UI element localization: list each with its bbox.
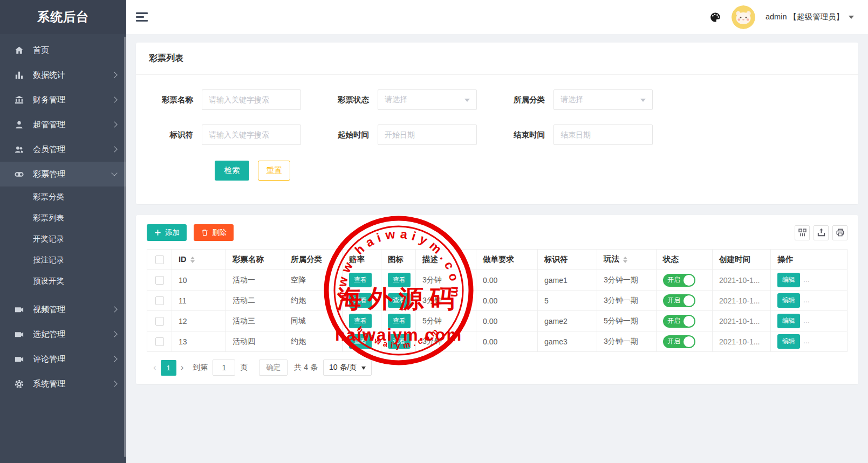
identifier-input[interactable] bbox=[202, 125, 301, 145]
video-camera-icon bbox=[14, 354, 24, 364]
cell-name: 活动一 bbox=[226, 270, 284, 291]
sidebar-item-lottery[interactable]: 彩票管理 bbox=[0, 162, 126, 186]
filter-form: 彩票名称 彩票状态 请选择 所属分类 请选择 bbox=[136, 75, 858, 204]
sidebar-item-superadmin[interactable]: 超管管理 bbox=[0, 112, 126, 137]
table-card: 添加 删除 bbox=[136, 215, 858, 384]
sidebar-subitem-lottery-category[interactable]: 彩票分类 bbox=[0, 186, 126, 208]
video-camera-icon bbox=[14, 305, 24, 315]
reset-button[interactable]: 重置 bbox=[258, 161, 290, 181]
category-select[interactable]: 请选择 bbox=[553, 89, 653, 110]
delete-button[interactable]: 删除 bbox=[194, 224, 234, 241]
view-icon-button[interactable]: 查看 bbox=[388, 314, 411, 328]
row-checkbox[interactable] bbox=[155, 296, 164, 305]
cell-play: 3分钟一期 bbox=[597, 291, 657, 311]
trash-icon bbox=[201, 229, 209, 237]
next-page-button[interactable]: › bbox=[176, 362, 188, 373]
current-page-button[interactable]: 1 bbox=[161, 360, 176, 376]
cell-created: 2021-10-1... bbox=[713, 270, 771, 291]
edit-button[interactable]: 编辑 bbox=[777, 273, 800, 287]
sort-icon[interactable] bbox=[190, 254, 195, 265]
user-menu[interactable]: admin 【超级管理员】 bbox=[766, 12, 854, 22]
view-odds-button[interactable]: 查看 bbox=[349, 334, 372, 349]
sidebar-item-home[interactable]: 首页 bbox=[0, 38, 126, 63]
column-header-id[interactable]: ID bbox=[172, 250, 226, 270]
lottery-name-input[interactable] bbox=[202, 89, 301, 110]
view-icon-button[interactable]: 查看 bbox=[388, 273, 411, 287]
toggle-knob bbox=[684, 336, 694, 347]
column-header-name: 彩票名称 bbox=[226, 250, 284, 270]
sidebar-subitem-preset-draw[interactable]: 预设开奖 bbox=[0, 271, 126, 292]
delete-button-label: 删除 bbox=[212, 228, 227, 238]
edit-button[interactable]: 编辑 bbox=[777, 314, 800, 328]
select-all-checkbox[interactable] bbox=[155, 255, 164, 264]
status-toggle[interactable]: 开启 bbox=[663, 315, 695, 328]
sidebar-item-stats[interactable]: 数据统计 bbox=[0, 63, 126, 87]
sidebar-item-finance[interactable]: 财务管理 bbox=[0, 87, 126, 112]
goto-confirm-button[interactable]: 确定 bbox=[259, 360, 288, 376]
sidebar-subitem-bet-records[interactable]: 投注记录 bbox=[0, 250, 126, 271]
print-icon bbox=[835, 227, 845, 238]
start-date-input[interactable] bbox=[378, 125, 477, 145]
table-row: 13 活动四 约炮 查看 查看 3分钟 0.00 game3 3分钟一期 开启 … bbox=[147, 331, 848, 352]
row-checkbox[interactable] bbox=[155, 276, 164, 285]
bank-icon bbox=[14, 95, 24, 105]
sidebar-item-system[interactable]: 系统管理 bbox=[0, 371, 126, 396]
status-toggle[interactable]: 开启 bbox=[663, 294, 695, 307]
lottery-name-label: 彩票名称 bbox=[149, 95, 193, 105]
add-button[interactable]: 添加 bbox=[147, 224, 187, 241]
goto-page-input[interactable] bbox=[213, 360, 235, 376]
status-toggle[interactable]: 开启 bbox=[663, 335, 695, 348]
edit-button[interactable]: 编辑 bbox=[777, 334, 800, 349]
page-size-select[interactable]: 10 条/页 bbox=[323, 360, 372, 376]
add-button-label: 添加 bbox=[165, 228, 180, 238]
cell-identifier: 5 bbox=[538, 291, 597, 311]
menu-collapse-button[interactable] bbox=[136, 10, 148, 24]
column-header-actions: 操作 bbox=[771, 250, 848, 270]
edit-button[interactable]: 编辑 bbox=[777, 293, 800, 308]
chevron-right-icon bbox=[111, 72, 117, 78]
view-odds-button[interactable]: 查看 bbox=[349, 273, 372, 287]
status-toggle[interactable]: 开启 bbox=[663, 274, 695, 287]
end-date-input[interactable] bbox=[553, 125, 653, 145]
sidebar-item-consort[interactable]: 选妃管理 bbox=[0, 322, 126, 347]
toggle-knob bbox=[684, 275, 694, 286]
chevron-right-icon bbox=[111, 146, 117, 152]
lottery-status-select[interactable]: 请选择 bbox=[378, 89, 477, 110]
bar-chart-icon bbox=[14, 70, 24, 80]
column-header-odds: 赔率 bbox=[343, 250, 381, 270]
sidebar-subitem-lottery-list[interactable]: 彩票列表 bbox=[0, 208, 126, 229]
plus-icon bbox=[154, 229, 162, 237]
cell-identifier: game1 bbox=[538, 270, 597, 291]
view-odds-button[interactable]: 查看 bbox=[349, 293, 372, 308]
prev-page-button[interactable]: ‹ bbox=[149, 362, 161, 373]
view-icon-button[interactable]: 查看 bbox=[388, 334, 411, 349]
cell-identifier: game2 bbox=[538, 311, 597, 331]
search-button[interactable]: 检索 bbox=[215, 161, 249, 181]
view-odds-button[interactable]: 查看 bbox=[349, 314, 372, 328]
sidebar-subitem-draw-records[interactable]: 开奖记录 bbox=[0, 229, 126, 250]
column-header-play[interactable]: 玩法 bbox=[597, 250, 657, 270]
select-placeholder: 请选择 bbox=[385, 95, 407, 105]
user-avatar[interactable] bbox=[732, 5, 755, 29]
sort-icon[interactable] bbox=[623, 254, 627, 265]
filter-card: 彩票列表 彩票名称 彩票状态 请选择 所属分类 请选择 bbox=[136, 43, 858, 204]
cell-requirement: 0.00 bbox=[476, 291, 538, 311]
gear-icon bbox=[14, 379, 24, 389]
row-checkbox[interactable] bbox=[155, 317, 164, 326]
more-actions: ... bbox=[803, 275, 810, 284]
sidebar-item-comments[interactable]: 评论管理 bbox=[0, 347, 126, 371]
cell-id: 11 bbox=[172, 291, 226, 311]
theme-palette-icon[interactable] bbox=[709, 11, 721, 23]
export-button[interactable] bbox=[814, 225, 829, 240]
filter-columns-button[interactable] bbox=[795, 225, 810, 240]
row-checkbox[interactable] bbox=[155, 337, 164, 346]
sidebar-scrollbar[interactable] bbox=[124, 37, 126, 457]
sidebar-item-label: 评论管理 bbox=[33, 354, 65, 364]
sidebar-item-members[interactable]: 会员管理 bbox=[0, 137, 126, 162]
print-button[interactable] bbox=[832, 225, 848, 240]
sidebar-menu: 首页 数据统计 财务管理 超管管理 会 bbox=[0, 34, 126, 396]
lottery-table: ID 彩票名称 所属分类 赔率 图标 描述 做单要求 标识符 玩法 状态 创建时… bbox=[147, 249, 848, 352]
view-icon-button[interactable]: 查看 bbox=[388, 293, 411, 308]
cell-desc: 3分钟 bbox=[416, 331, 476, 352]
sidebar-item-video[interactable]: 视频管理 bbox=[0, 297, 126, 322]
